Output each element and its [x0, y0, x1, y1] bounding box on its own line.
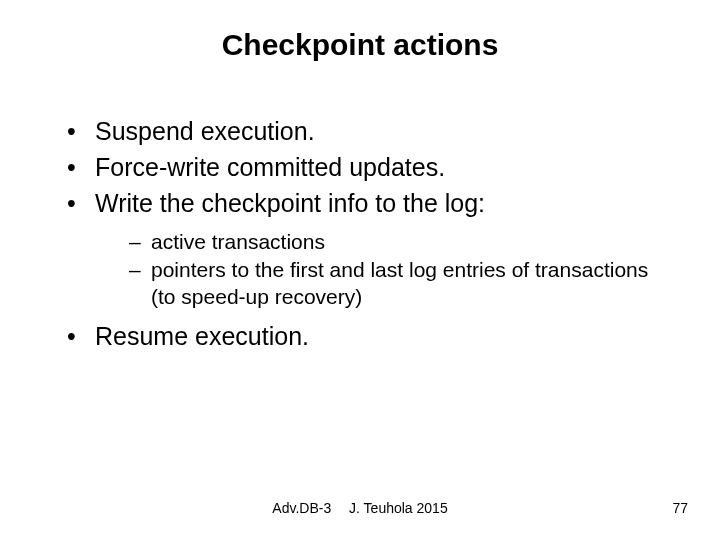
bullet-item: Force-write committed updates.	[65, 151, 655, 185]
sub-bullet-list: active transactions pointers to the firs…	[95, 228, 655, 310]
footer-center: Adv.DB-3 J. Teuhola 2015	[0, 500, 720, 516]
bullet-text: Write the checkpoint info to the log:	[95, 189, 485, 217]
sub-bullet-item: pointers to the first and last log entri…	[129, 256, 655, 311]
footer-course: Adv.DB-3	[272, 500, 331, 516]
bullet-list: Suspend execution. Force-write committed…	[65, 115, 655, 354]
footer-page-number: 77	[672, 500, 688, 516]
sub-bullet-item: active transactions	[129, 228, 655, 255]
slide-content: Suspend execution. Force-write committed…	[65, 115, 655, 356]
bullet-item: Write the checkpoint info to the log: ac…	[65, 187, 655, 311]
slide: Checkpoint actions Suspend execution. Fo…	[0, 0, 720, 540]
bullet-item: Resume execution.	[65, 320, 655, 354]
slide-title: Checkpoint actions	[0, 28, 720, 62]
bullet-item: Suspend execution.	[65, 115, 655, 149]
footer-author: J. Teuhola 2015	[349, 500, 448, 516]
